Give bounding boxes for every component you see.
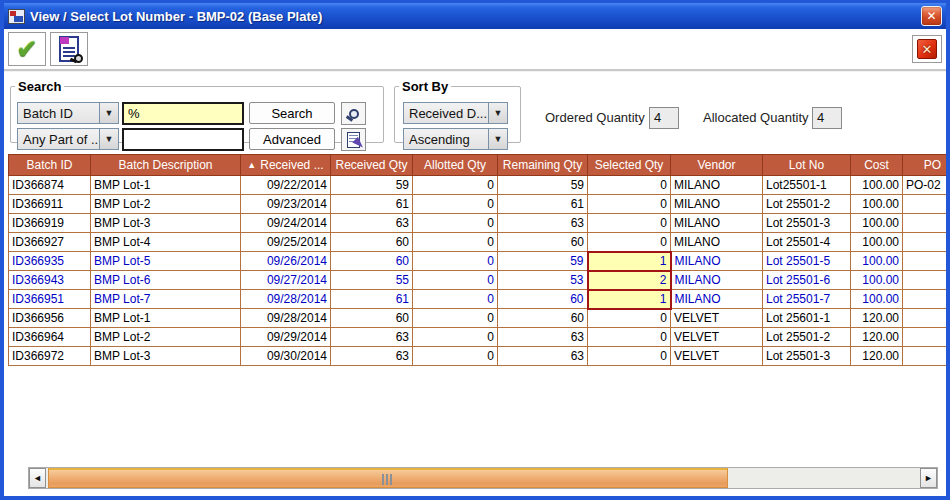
table-cell[interactable]: 0 [413, 214, 498, 233]
table-cell[interactable]: 63 [498, 328, 588, 347]
accept-button[interactable]: ✔ [8, 32, 46, 66]
column-header[interactable]: Selected Qty [588, 155, 671, 176]
table-cell[interactable]: ID366964 [9, 328, 91, 347]
column-header[interactable]: Batch ID [9, 155, 91, 176]
table-cell[interactable]: MILANO [671, 233, 763, 252]
table-cell[interactable]: VELVET [671, 328, 763, 347]
table-cell[interactable]: BMP Lot-3 [91, 214, 241, 233]
table-cell[interactable]: Lot 25501-5 [763, 252, 851, 271]
table-cell[interactable] [903, 195, 947, 214]
table-row[interactable]: ID366919BMP Lot-309/24/2014630630MILANOL… [9, 214, 947, 233]
table-cell[interactable]: 63 [498, 347, 588, 366]
selected-qty-cell[interactable]: 2 [588, 271, 671, 290]
table-cell[interactable]: BMP Lot-5 [91, 252, 241, 271]
table-cell[interactable]: 63 [331, 328, 413, 347]
table-cell[interactable]: 61 [331, 290, 413, 309]
table-cell[interactable]: 0 [588, 176, 671, 195]
table-cell[interactable] [903, 214, 947, 233]
table-cell[interactable]: ID366874 [9, 176, 91, 195]
scroll-left-button[interactable]: ◄ [29, 468, 46, 488]
table-cell[interactable]: BMP Lot-6 [91, 271, 241, 290]
table-cell[interactable]: 100.00 [851, 290, 903, 309]
table-cell[interactable]: Lot 25501-7 [763, 290, 851, 309]
table-cell[interactable]: 09/24/2014 [241, 214, 331, 233]
sort-field-combo[interactable]: Received D... ▼ [403, 102, 508, 124]
table-row[interactable]: ID366927BMP Lot-409/25/2014600600MILANOL… [9, 233, 947, 252]
table-cell[interactable]: 09/22/2014 [241, 176, 331, 195]
table-cell[interactable]: Lot 25501-2 [763, 195, 851, 214]
table-cell[interactable]: BMP Lot-2 [91, 195, 241, 214]
chevron-down-icon[interactable]: ▼ [99, 129, 118, 149]
table-cell[interactable] [903, 290, 947, 309]
table-cell[interactable]: 55 [331, 271, 413, 290]
table-row[interactable]: ID366943BMP Lot-609/27/2014550532MILANOL… [9, 271, 947, 290]
table-cell[interactable]: ID366972 [9, 347, 91, 366]
table-cell[interactable]: 60 [498, 290, 588, 309]
titlebar[interactable]: View / Select Lot Number - BMP-02 (Base … [4, 3, 946, 29]
table-cell[interactable]: 63 [498, 214, 588, 233]
table-cell[interactable] [903, 347, 947, 366]
selected-qty-cell[interactable]: 1 [588, 290, 671, 309]
table-cell[interactable]: Lot25501-1 [763, 176, 851, 195]
table-cell[interactable]: 100.00 [851, 252, 903, 271]
table-cell[interactable]: 09/28/2014 [241, 290, 331, 309]
table-cell[interactable]: MILANO [671, 214, 763, 233]
column-header[interactable]: Received Qty [331, 155, 413, 176]
horizontal-scrollbar[interactable]: ◄ ► [28, 467, 938, 489]
table-cell[interactable]: 59 [498, 252, 588, 271]
close-button[interactable]: ✕ [912, 35, 942, 63]
table-cell[interactable]: 09/25/2014 [241, 233, 331, 252]
table-cell[interactable]: MILANO [671, 252, 763, 271]
chevron-down-icon[interactable]: ▼ [488, 129, 507, 149]
table-cell[interactable]: ID366927 [9, 233, 91, 252]
sort-direction-combo[interactable]: Ascending ▼ [403, 128, 508, 150]
table-cell[interactable]: ID366935 [9, 252, 91, 271]
table-cell[interactable] [903, 233, 947, 252]
table-cell[interactable] [903, 328, 947, 347]
table-cell[interactable]: MILANO [671, 271, 763, 290]
table-cell[interactable]: 0 [588, 347, 671, 366]
table-cell[interactable]: 120.00 [851, 347, 903, 366]
titlebar-close-button[interactable]: ✕ [921, 6, 942, 26]
table-cell[interactable]: 0 [413, 309, 498, 328]
table-row[interactable]: ID366935BMP Lot-509/26/2014600591MILANOL… [9, 252, 947, 271]
table-cell[interactable]: BMP Lot-7 [91, 290, 241, 309]
table-cell[interactable]: 61 [498, 195, 588, 214]
column-header[interactable]: ▲Received ... [241, 155, 331, 176]
chevron-down-icon[interactable]: ▼ [488, 103, 507, 123]
table-cell[interactable]: VELVET [671, 309, 763, 328]
table-cell[interactable]: 0 [588, 214, 671, 233]
table-cell[interactable] [903, 252, 947, 271]
table-cell[interactable]: 60 [498, 233, 588, 252]
table-cell[interactable]: 60 [331, 252, 413, 271]
table-cell[interactable]: 100.00 [851, 271, 903, 290]
table-cell[interactable]: MILANO [671, 176, 763, 195]
table-cell[interactable]: 09/26/2014 [241, 252, 331, 271]
table-cell[interactable]: 120.00 [851, 309, 903, 328]
lots-table[interactable]: Batch IDBatch Description▲Received ...Re… [8, 154, 946, 366]
table-cell[interactable]: 0 [413, 195, 498, 214]
table-cell[interactable]: 0 [588, 309, 671, 328]
table-cell[interactable]: 60 [331, 233, 413, 252]
table-cell[interactable]: 63 [331, 347, 413, 366]
table-cell[interactable]: 100.00 [851, 233, 903, 252]
table-cell[interactable]: PO-02 [903, 176, 947, 195]
column-header[interactable]: Batch Description [91, 155, 241, 176]
table-cell[interactable]: BMP Lot-3 [91, 347, 241, 366]
column-header[interactable]: Vendor [671, 155, 763, 176]
table-cell[interactable]: 0 [588, 195, 671, 214]
table-cell[interactable]: 60 [331, 309, 413, 328]
table-row[interactable]: ID366956BMP Lot-109/28/2014600600VELVETL… [9, 309, 947, 328]
table-cell[interactable]: Lot 25601-1 [763, 309, 851, 328]
scroll-right-button[interactable]: ► [920, 468, 937, 488]
search-field-combo[interactable]: Batch ID ▼ [17, 102, 119, 124]
table-row[interactable]: ID366874BMP Lot-109/22/2014590590MILANOL… [9, 176, 947, 195]
table-cell[interactable]: Lot 25501-4 [763, 233, 851, 252]
table-cell[interactable]: 09/27/2014 [241, 271, 331, 290]
table-cell[interactable]: ID366943 [9, 271, 91, 290]
table-row[interactable]: ID366972BMP Lot-309/30/2014630630VELVETL… [9, 347, 947, 366]
table-cell[interactable]: 120.00 [851, 328, 903, 347]
table-cell[interactable]: 100.00 [851, 195, 903, 214]
table-cell[interactable]: Lot 25501-3 [763, 214, 851, 233]
table-cell[interactable]: Lot 25501-6 [763, 271, 851, 290]
